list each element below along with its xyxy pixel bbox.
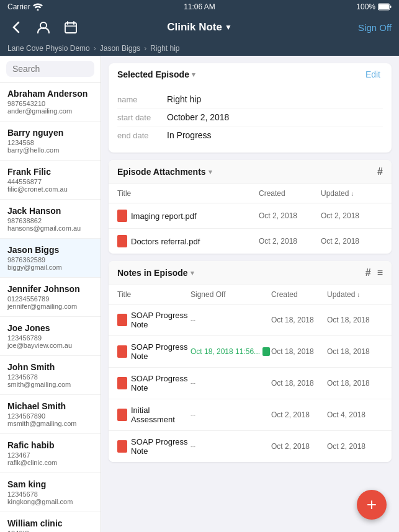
attachments-heading: Episode Attachments (117, 167, 206, 177)
svg-rect-3 (379, 4, 389, 9)
list-item[interactable]: Jack Hanson 987638862 hansons@gmail.com.… (0, 200, 101, 239)
note-created: Oct 2, 2018 (271, 442, 327, 451)
patient-phone: 9876362589 (7, 256, 93, 264)
patient-phone: 12345678 (7, 373, 93, 381)
breadcrumb-patient[interactable]: Jason Biggs (100, 44, 140, 53)
notes-list-icon[interactable]: ≡ (377, 267, 383, 278)
list-item[interactable]: Rafic habib 123467 rafik@clinic.com (0, 434, 101, 473)
list-item[interactable]: William clinic 1246)$ pas@jakouibjd.com (0, 512, 101, 532)
episode-end-date-row: end date In Progress (117, 126, 383, 144)
list-item[interactable]: Abraham Anderson 9876543210 ander@gmaili… (0, 82, 101, 122)
patient-email: jennifer@gmailing.com (7, 303, 93, 310)
patient-name: Michael Smith (7, 401, 93, 411)
attachment-title: Imaging report.pdf (117, 210, 259, 222)
svg-point-0 (37, 9, 38, 11)
table-row[interactable]: SOAP Progress Note -- Oct 18, 2018 Oct 1… (109, 368, 392, 399)
patient-phone: 1234568 (7, 139, 93, 146)
list-item[interactable]: Joe Jones 123456789 joe@bayview.com.au (0, 317, 101, 356)
svg-rect-2 (390, 6, 392, 8)
patient-phone: 9876543210 (7, 100, 93, 107)
patient-email: ander@gmailing.com (7, 107, 93, 115)
attachments-table-header: Title Created Updated (109, 184, 392, 203)
attachment-updated: Oct 2, 2018 (321, 237, 383, 246)
note-signed: -- (191, 379, 271, 388)
patient-phone: 01234556789 (7, 295, 93, 303)
patient-name: John Smith (7, 362, 93, 372)
patient-list: Abraham Anderson 9876543210 ander@gmaili… (0, 56, 101, 532)
note-title: Initial Assessment (117, 406, 191, 424)
table-row[interactable]: Doctors referral.pdf Oct 2, 2018 Oct 2, … (109, 229, 392, 254)
note-signed-green: Oct 18, 2018 11:56... (191, 347, 271, 356)
patient-name: Frank Filic (7, 167, 93, 177)
note-created: Oct 18, 2018 (271, 347, 327, 356)
lock-icon (262, 347, 270, 356)
table-row[interactable]: SOAP Progress Note -- Oct 18, 2018 Oct 1… (109, 304, 392, 336)
list-item[interactable]: Frank Filic 444556877 filic@cronet.com.a… (0, 161, 101, 200)
notes-in-episode-card: Notes in Episode ▾ # ≡ Title Signed Off … (109, 261, 392, 462)
patient-email: biggy@gmail.com (7, 264, 93, 271)
breadcrumb-clinic[interactable]: Lane Cove Physio Demo (7, 44, 90, 53)
breadcrumb: Lane Cove Physio Demo › Jason Biggs › Ri… (0, 41, 399, 56)
notes-col-updated-header: Updated (327, 290, 383, 299)
notes-heading: Notes in Episode (117, 268, 188, 278)
end-date-label: end date (117, 131, 167, 140)
start-date-value: October 2, 2018 (167, 112, 229, 122)
list-item[interactable]: Sam king 12345678 kingkong@gmail.com (0, 473, 101, 512)
calendar-icon[interactable] (62, 19, 79, 36)
search-input[interactable] (6, 61, 94, 77)
attachments-chevron-icon[interactable]: ▾ (208, 168, 212, 176)
note-created: Oct 18, 2018 (271, 379, 327, 388)
episode-attachments-card: Episode Attachments ▾ # Title Created Up… (109, 160, 392, 254)
attachment-updated: Oct 2, 2018 (321, 211, 383, 220)
patient-name: Jack Hanson (7, 206, 93, 216)
episode-name-row: name Right hip (117, 91, 383, 109)
notes-col-title-header: Title (117, 290, 191, 299)
user-icon[interactable] (35, 19, 52, 36)
patient-email: rafik@clinic.com (7, 459, 93, 466)
attachment-title: Doctors referral.pdf (117, 235, 259, 247)
notes-col-created-header: Created (271, 290, 327, 299)
patient-name: Sam king (7, 479, 93, 489)
episode-chevron-icon[interactable]: ▾ (192, 71, 195, 79)
sign-off-button[interactable]: Sign Off (358, 22, 392, 33)
note-created: Oct 18, 2018 (271, 316, 327, 324)
back-button[interactable] (7, 19, 25, 36)
patient-phone: 123456789 (7, 334, 93, 342)
status-bar: Carrier 11:06 AM 100% (0, 0, 399, 14)
notes-chevron-icon[interactable]: ▾ (191, 269, 194, 277)
name-field-value: Right hip (167, 94, 201, 104)
note-signed: -- (191, 442, 271, 451)
table-row[interactable]: Imaging report.pdf Oct 2, 2018 Oct 2, 20… (109, 203, 392, 229)
list-item[interactable]: Jennifer Johnson 01234556789 jennifer@gm… (0, 278, 101, 317)
table-row[interactable]: Initial Assessment -- Oct 2, 2018 Oct 4,… (109, 399, 392, 431)
list-item[interactable]: Barry nguyen 1234568 barry@hello.com (0, 122, 101, 161)
edit-button[interactable]: Edit (363, 69, 383, 79)
notes-header: Notes in Episode ▾ # ≡ (109, 261, 392, 285)
hash-icon[interactable]: # (377, 166, 383, 177)
patient-phone: 1246)$ (7, 530, 93, 532)
patient-email: hansons@gmail.com.au (7, 224, 93, 232)
title-chevron[interactable]: ▼ (225, 23, 232, 32)
notes-hash-icon[interactable]: # (365, 267, 371, 278)
episode-start-date-row: start date October 2, 2018 (117, 109, 383, 126)
nav-bar: Clinik Note ▼ Sign Off (0, 14, 399, 41)
selected-episode-heading: Selected Episode (117, 69, 189, 79)
battery-label: 100% (356, 2, 375, 11)
add-fab-button[interactable]: + (357, 490, 387, 520)
patient-name: Joe Jones (7, 323, 93, 333)
carrier-label: Carrier (7, 2, 30, 11)
patient-email: barry@hello.com (7, 146, 93, 154)
episode-card-header: Selected Episode ▾ Edit (109, 63, 392, 86)
time-label: 11:06 AM (184, 2, 215, 11)
patient-name: Jason Biggs (7, 245, 93, 255)
patient-name: William clinic (7, 518, 93, 528)
breadcrumb-episode[interactable]: Right hip (150, 44, 179, 53)
table-row[interactable]: SOAP Progress Note Oct 18, 2018 11:56...… (109, 336, 392, 368)
list-item[interactable]: Michael Smith 1234567890 msmith@gmailing… (0, 395, 101, 434)
attachment-created: Oct 2, 2018 (259, 211, 321, 220)
table-row[interactable]: SOAP Progress Note -- Oct 2, 2018 Oct 2,… (109, 431, 392, 462)
list-item[interactable]: Jason Biggs 9876362589 biggy@gmail.com (0, 239, 101, 278)
patient-name: Rafic habib (7, 440, 93, 450)
list-item[interactable]: John Smith 12345678 smith@gmailing.com (0, 356, 101, 395)
patient-phone: 1234567890 (7, 412, 93, 420)
